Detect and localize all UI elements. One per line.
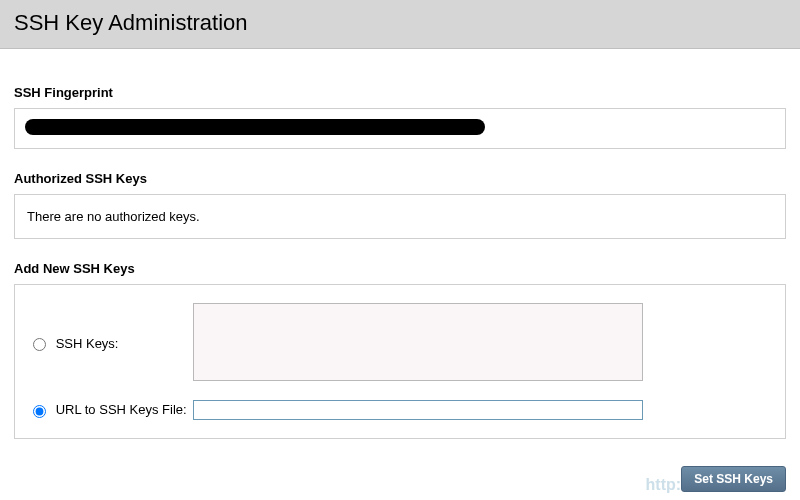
authorized-label: Authorized SSH Keys [14, 171, 786, 186]
radio-sshkeys-text: SSH Keys: [56, 336, 119, 351]
authorized-empty-msg: There are no authorized keys. [27, 209, 200, 224]
radio-sshkeys-label[interactable]: SSH Keys: [33, 336, 118, 351]
addnew-table: SSH Keys: URL to SSH Keys File: [33, 303, 767, 420]
radio-url-text: URL to SSH Keys File: [56, 402, 187, 417]
fingerprint-redacted [25, 119, 485, 135]
row-sshkeys: SSH Keys: [33, 303, 767, 384]
addnew-label: Add New SSH Keys [14, 261, 786, 276]
sshkeys-textarea[interactable] [193, 303, 643, 381]
page-header: SSH Key Administration [0, 0, 800, 49]
fingerprint-box [14, 108, 786, 149]
content-area: SSH Fingerprint Authorized SSH Keys Ther… [0, 49, 800, 439]
authorized-box: There are no authorized keys. [14, 194, 786, 239]
row-url: URL to SSH Keys File: [33, 400, 767, 420]
set-ssh-keys-button[interactable]: Set SSH Keys [681, 466, 786, 492]
radio-url-label[interactable]: URL to SSH Keys File: [33, 402, 187, 417]
page-title: SSH Key Administration [14, 10, 786, 36]
footer-button-area: Set SSH Keys [681, 466, 786, 492]
fingerprint-label: SSH Fingerprint [14, 85, 786, 100]
addnew-box: SSH Keys: URL to SSH Keys File: [14, 284, 786, 439]
radio-url[interactable] [33, 405, 46, 418]
url-input[interactable] [193, 400, 643, 420]
radio-sshkeys[interactable] [33, 338, 46, 351]
